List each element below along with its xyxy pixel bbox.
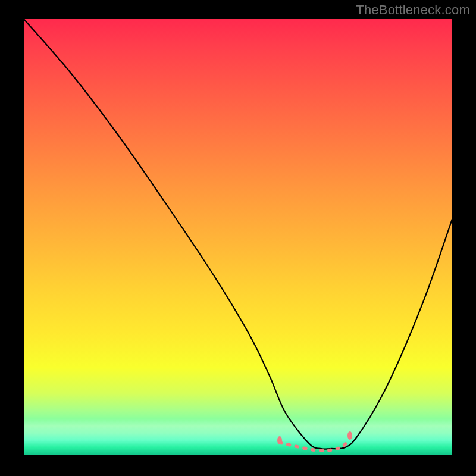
watermark-text: TheBottleneck.com [356, 2, 470, 18]
svg-point-1 [347, 431, 352, 440]
chart-frame: TheBottleneck.com [0, 0, 476, 476]
svg-point-0 [277, 436, 282, 444]
bottleneck-curve [24, 19, 452, 449]
plot-area [24, 19, 452, 455]
curve-layer [24, 19, 452, 455]
